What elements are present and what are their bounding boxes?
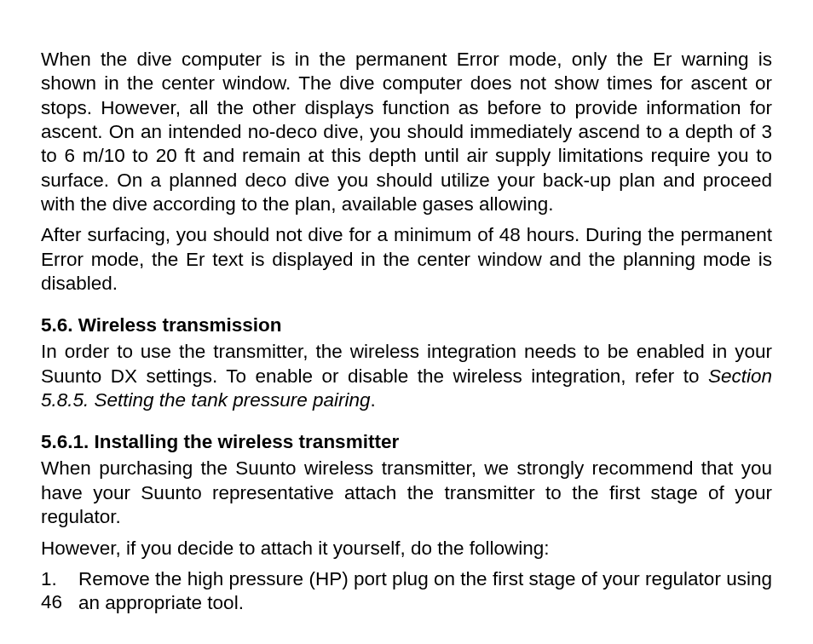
text-5-6-prefix: In order to use the transmitter, the wir… bbox=[41, 341, 772, 386]
paragraph-5-6-1-intro: When purchasing the Suunto wireless tran… bbox=[41, 457, 772, 529]
paragraph-5-6-body: In order to use the transmitter, the wir… bbox=[41, 340, 772, 412]
paragraph-error-mode: When the dive computer is in the permane… bbox=[41, 48, 772, 216]
list-item: 1. Remove the high pressure (HP) port pl… bbox=[41, 567, 772, 616]
page-number: 46 bbox=[41, 591, 62, 613]
paragraph-5-6-1-lead: However, if you decide to attach it your… bbox=[41, 537, 772, 561]
heading-5-6-1: 5.6.1. Installing the wireless transmitt… bbox=[41, 431, 772, 453]
document-page: When the dive computer is in the permane… bbox=[0, 0, 813, 644]
list-item-text: Remove the high pressure (HP) port plug … bbox=[78, 567, 772, 616]
paragraph-after-surfacing: After surfacing, you should not dive for… bbox=[41, 223, 772, 296]
heading-5-6: 5.6. Wireless transmission bbox=[41, 314, 772, 336]
text-5-6-suffix: . bbox=[371, 389, 376, 411]
install-steps-list: 1. Remove the high pressure (HP) port pl… bbox=[41, 567, 772, 616]
